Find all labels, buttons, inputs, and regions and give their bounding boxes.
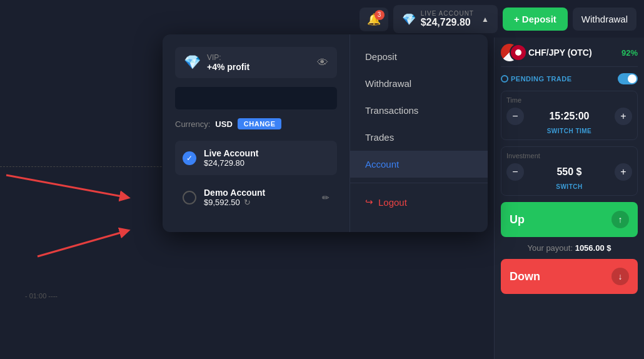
payout-label: Your payout: bbox=[528, 243, 573, 253]
switch-time-label: SWITCH TIME bbox=[506, 128, 632, 134]
demo-account-info: Demo Account $9,592.50 ↻ bbox=[204, 188, 314, 207]
demo-account-balance: $9,592.50 ↻ bbox=[204, 198, 314, 207]
dropdown-right-panel: Deposit Withdrawal Transactions Trades A… bbox=[350, 34, 488, 232]
notification-button[interactable]: 🔔 3 bbox=[360, 8, 388, 31]
pair-flags bbox=[501, 44, 523, 61]
payout-row: Your payout: 1056.00 $ bbox=[501, 243, 638, 253]
vip-info: 💎 VIP: +4% profit bbox=[184, 53, 249, 72]
time-control-row: − 15:25:00 + bbox=[506, 108, 632, 125]
menu-divider bbox=[350, 183, 488, 183]
header: 🔔 3 💎 LIVE ACCOUNT $24,729.80 ▲ + Deposi… bbox=[352, 0, 644, 38]
vip-profit: +4% profit bbox=[207, 62, 249, 72]
time-value: 15:25:00 bbox=[529, 111, 610, 122]
menu-item-deposit[interactable]: Deposit bbox=[350, 43, 488, 70]
balance-bar bbox=[175, 87, 337, 109]
menu-item-account[interactable]: Account bbox=[350, 151, 488, 178]
logout-icon: ↪ bbox=[365, 196, 373, 208]
menu-item-trades[interactable]: Trades bbox=[350, 124, 488, 151]
vip-diamond-icon: 💎 bbox=[184, 54, 201, 71]
logout-item[interactable]: ↪ Logout bbox=[350, 188, 488, 216]
diamond-icon: 💎 bbox=[402, 13, 416, 26]
account-dropdown: 💎 VIP: +4% profit 👁 Currency: USD CHANGE… bbox=[163, 34, 488, 232]
vip-text-block: VIP: +4% profit bbox=[207, 53, 249, 72]
menu-item-transactions[interactable]: Transactions bbox=[350, 97, 488, 124]
live-account-info: Live Account $24,729.80 bbox=[204, 148, 330, 168]
live-account-check-icon: ✓ bbox=[183, 151, 196, 165]
investment-increase-button[interactable]: + bbox=[615, 163, 632, 181]
deposit-button[interactable]: + Deposit bbox=[503, 8, 568, 31]
chevron-up-icon: ▲ bbox=[481, 15, 489, 24]
pending-trade-label: PENDING TRADE bbox=[501, 75, 572, 83]
investment-control-group: Investment − 550 $ + SWITCH bbox=[501, 146, 638, 196]
jpy-flag bbox=[510, 44, 527, 61]
time-increase-button[interactable]: + bbox=[615, 108, 632, 125]
live-account-amount: $24,729.80 bbox=[421, 17, 471, 28]
investment-value: 550 $ bbox=[529, 166, 610, 178]
vip-row: 💎 VIP: +4% profit 👁 bbox=[175, 47, 337, 78]
live-account-label: LIVE ACCOUNT bbox=[421, 10, 474, 17]
live-account-name: Live Account bbox=[204, 148, 330, 158]
refresh-icon[interactable]: ↻ bbox=[244, 198, 251, 207]
up-button[interactable]: Up ↑ bbox=[501, 202, 638, 237]
pending-trade-row: PENDING TRADE bbox=[501, 73, 638, 84]
demo-account-item[interactable]: Demo Account $9,592.50 ↻ ✏ bbox=[175, 180, 337, 215]
up-label: Up bbox=[510, 213, 525, 226]
live-account-balance: $24,729.80 bbox=[204, 158, 330, 168]
withdrawal-label: Withdrawal bbox=[581, 14, 628, 24]
investment-decrease-button[interactable]: − bbox=[506, 163, 524, 181]
clock-icon bbox=[501, 75, 508, 83]
investment-control-row: − 550 $ + bbox=[506, 163, 632, 181]
right-panel: CHF/JPY (OTC) 92% PENDING TRADE Time − 1… bbox=[494, 38, 644, 359]
live-account-info: LIVE ACCOUNT $24,729.80 bbox=[421, 10, 474, 28]
down-label: Down bbox=[510, 270, 540, 283]
logout-label: Logout bbox=[378, 197, 407, 208]
down-button[interactable]: Down ↓ bbox=[501, 259, 638, 294]
pair-name: CHF/JPY (OTC) bbox=[528, 48, 592, 58]
eye-icon[interactable]: 👁 bbox=[317, 56, 328, 69]
vip-label: VIP: bbox=[207, 53, 249, 62]
demo-account-circle-icon bbox=[183, 191, 196, 205]
pair-pct: 92% bbox=[621, 48, 638, 58]
live-account-item[interactable]: ✓ Live Account $24,729.80 bbox=[175, 141, 337, 175]
dropdown-left-panel: 💎 VIP: +4% profit 👁 Currency: USD CHANGE… bbox=[163, 34, 350, 232]
withdrawal-button[interactable]: Withdrawal bbox=[573, 8, 636, 31]
chart-time-label: - 01:00 ---- bbox=[25, 292, 58, 300]
change-currency-button[interactable]: CHANGE bbox=[238, 118, 282, 129]
time-control-label: Time bbox=[506, 96, 632, 104]
edit-icon[interactable]: ✏ bbox=[322, 193, 330, 203]
menu-item-withdrawal[interactable]: Withdrawal bbox=[350, 70, 488, 97]
payout-value: 1056.00 $ bbox=[575, 243, 611, 253]
demo-account-name: Demo Account bbox=[204, 188, 314, 198]
pair-header: CHF/JPY (OTC) 92% bbox=[501, 44, 638, 67]
pending-trade-toggle[interactable] bbox=[618, 73, 638, 84]
notification-badge: 3 bbox=[375, 10, 385, 20]
time-control-group: Time − 15:25:00 + SWITCH TIME bbox=[501, 91, 638, 140]
up-arrow-icon: ↑ bbox=[611, 211, 629, 228]
investment-control-label: Investment bbox=[506, 152, 632, 159]
live-account-button[interactable]: 💎 LIVE ACCOUNT $24,729.80 ▲ bbox=[393, 5, 498, 33]
down-arrow-icon: ↓ bbox=[611, 268, 629, 285]
currency-label: Currency: bbox=[175, 119, 210, 129]
time-decrease-button[interactable]: − bbox=[506, 108, 524, 125]
currency-value: USD bbox=[215, 119, 232, 129]
currency-row: Currency: USD CHANGE bbox=[175, 118, 337, 129]
switch-label: SWITCH bbox=[506, 183, 632, 190]
deposit-label: + Deposit bbox=[514, 14, 556, 24]
